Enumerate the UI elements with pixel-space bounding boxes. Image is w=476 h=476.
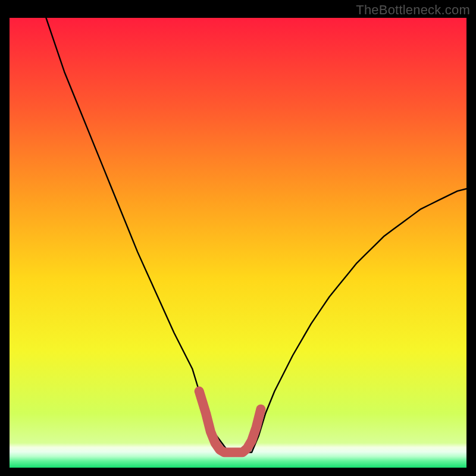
- chart-stage: TheBottleneck.com: [0, 0, 476, 476]
- bottleneck-chart: [0, 0, 476, 476]
- plot-background: [10, 18, 466, 468]
- watermark-label: TheBottleneck.com: [356, 2, 470, 18]
